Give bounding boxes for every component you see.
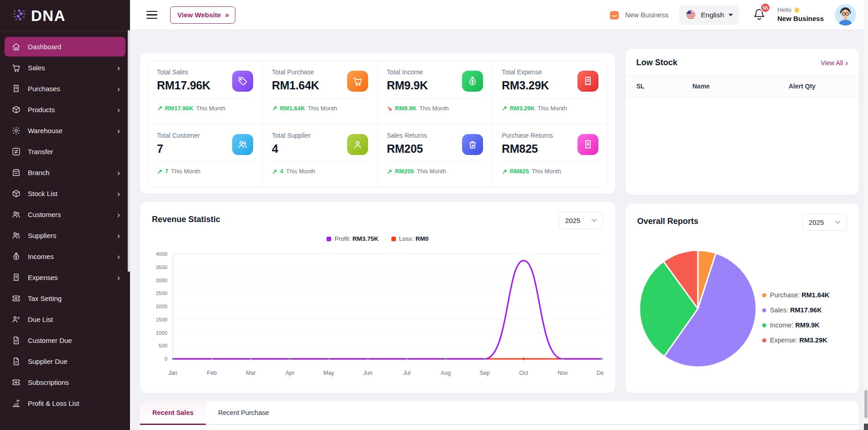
trend-period: This Month xyxy=(171,168,200,175)
sidebar-item-purchases[interactable]: Purchases› xyxy=(5,79,125,98)
box-icon xyxy=(11,105,21,114)
trend-period: This Month xyxy=(419,105,448,112)
cart-icon xyxy=(347,71,368,92)
stat-card-total-sales: Total SalesRM17.96K↗RM17.96KThis Month xyxy=(148,61,263,124)
sidebar-item-subscriptions[interactable]: Subscriptions xyxy=(5,373,125,392)
view-all-link[interactable]: View All › xyxy=(821,59,848,67)
sidebar-item-customer-due[interactable]: Customer Due xyxy=(5,331,125,350)
us-flag-icon xyxy=(686,10,696,20)
view-website-button[interactable]: View Website » xyxy=(170,6,235,24)
app-root: DNA DashboardSales›Purchases›Products›Wa… xyxy=(0,0,868,430)
legend-expense: Expense: RM3.29K xyxy=(762,337,830,344)
business-name-label: New Business xyxy=(625,11,668,19)
sidebar-item-label: Profit & Loss List xyxy=(28,399,79,407)
sidebar-item-branch[interactable]: Branch› xyxy=(5,163,125,182)
stat-label: Total Expense xyxy=(502,68,549,76)
language-selector[interactable]: English xyxy=(679,5,739,25)
box-icon xyxy=(11,189,21,198)
logo[interactable]: DNA xyxy=(0,0,130,30)
revenue-panel: Revenue Statistic 2025 Profit: RM3.75KLo… xyxy=(140,202,615,393)
sidebar-item-label: Branch xyxy=(28,169,50,176)
scrollbar-thumb[interactable] xyxy=(864,390,868,418)
stat-label: Total Sales xyxy=(157,68,210,76)
sidebar-menu: DashboardSales›Purchases›Products›Wareho… xyxy=(0,31,130,413)
notifications-button[interactable]: 55 xyxy=(752,7,766,23)
users-icon xyxy=(11,210,21,219)
sidebar-item-label: Warehouse xyxy=(28,127,62,135)
legend-profit: Profit: RM3.75K xyxy=(327,235,378,242)
sidebar-item-tax-setting[interactable]: Tax Setting xyxy=(5,289,125,308)
trend-value: RM17.96K xyxy=(165,105,193,112)
recent-tables-panel: Recent SalesRecent Purchase xyxy=(140,401,859,430)
stat-label: Total Income xyxy=(387,68,428,76)
sidebar-item-label: Incomes xyxy=(28,253,54,260)
sidebar-item-products[interactable]: Products› xyxy=(5,100,125,119)
chevron-right-icon: › xyxy=(117,107,120,113)
cart-icon xyxy=(11,63,21,73)
chevron-right-icon: › xyxy=(117,233,120,239)
sidebar-scrollbar[interactable] xyxy=(128,30,130,430)
svg-text:0: 0 xyxy=(165,356,167,362)
tag-icon xyxy=(232,71,253,92)
sidebar-item-expenses[interactable]: Expenses› xyxy=(5,268,125,287)
svg-text:Jan: Jan xyxy=(168,370,177,376)
business-badge[interactable]: New Business xyxy=(608,9,668,21)
sidebar-item-warehouse[interactable]: Warehouse› xyxy=(5,121,125,140)
revenue-year-select[interactable]: 2025 xyxy=(559,212,603,229)
hamburger-menu-icon[interactable] xyxy=(146,11,157,19)
trend-period: This Month xyxy=(538,105,567,112)
receipt-return-icon xyxy=(577,134,598,155)
overall-legend: Purchase: RM1.64KSales: RM17.96KIncome: … xyxy=(762,291,830,344)
trend-arrow-icon: ↗ xyxy=(157,168,162,175)
stat-trend: ↗4This Month xyxy=(272,162,368,181)
sidebar-item-due-list[interactable]: Due List xyxy=(5,310,125,329)
sidebar-item-label: Customers xyxy=(28,211,61,218)
sidebar-item-label: Subscriptions xyxy=(28,378,69,386)
sidebar-item-label: Due List xyxy=(28,316,53,323)
low-stock-table-header: SLNameAlert Qty xyxy=(625,76,859,97)
sidebar-item-label: Supplier Due xyxy=(28,357,68,365)
sidebar-item-sales[interactable]: Sales› xyxy=(5,58,125,78)
sidebar-item-profit-loss-list[interactable]: Profit & Loss List xyxy=(5,394,125,413)
trend-period: This Month xyxy=(286,168,315,175)
greeting-label: Hello xyxy=(777,6,791,14)
scrollbar-down-button[interactable] xyxy=(864,424,868,430)
page-scrollbar[interactable] xyxy=(864,0,868,430)
sidebar-item-label: Customer Due xyxy=(28,337,72,344)
svg-text:Nov: Nov xyxy=(557,370,568,376)
sidebar-item-suppliers[interactable]: Suppliers› xyxy=(5,226,125,245)
user-list-icon xyxy=(11,315,21,324)
sidebar-item-incomes[interactable]: Incomes› xyxy=(5,247,125,266)
sidebar-item-label: Sales xyxy=(28,64,45,72)
sidebar-item-label: Stock List xyxy=(28,190,57,197)
avatar[interactable] xyxy=(835,4,856,26)
stat-value: 4 xyxy=(272,142,311,155)
sidebar-item-label: Products xyxy=(28,106,55,114)
trend-arrow-icon: ↗ xyxy=(387,168,392,175)
gear-icon xyxy=(11,126,21,135)
chevron-down-icon xyxy=(835,220,841,224)
stat-trend: ↗RM825This Month xyxy=(502,162,598,181)
double-chevron-icon: » xyxy=(225,11,228,19)
stat-card-total-purchase: Total PurchaseRM1.64K↗RM1.64KThis Month xyxy=(263,61,378,124)
stat-card-purchase-returns: Purchase ReturnsRM825↗RM825This Month xyxy=(493,124,608,187)
sidebar-item-customers[interactable]: Customers› xyxy=(5,205,125,224)
chevron-right-icon: › xyxy=(117,128,120,134)
tab-recent-sales[interactable]: Recent Sales xyxy=(140,401,206,424)
sidebar-item-stock-list[interactable]: Stock List› xyxy=(5,184,125,203)
stat-value: RM3.29K xyxy=(502,79,549,92)
stats-grid: Total SalesRM17.96K↗RM17.96KThis MonthTo… xyxy=(147,61,608,187)
sidebar-item-dashboard[interactable]: Dashboard xyxy=(5,37,125,57)
svg-text:Dec: Dec xyxy=(597,370,603,376)
users-icon xyxy=(232,134,253,155)
chevron-right-icon: › xyxy=(117,65,120,71)
trend-arrow-icon: ↗ xyxy=(272,104,277,112)
stat-value: RM205 xyxy=(387,142,427,155)
trend-period: This Month xyxy=(532,168,561,175)
overall-year-select[interactable]: 2025 xyxy=(802,214,847,231)
tab-recent-purchase[interactable]: Recent Purchase xyxy=(206,401,281,424)
stat-trend: ↘RM9.9KThis Month xyxy=(387,98,483,118)
sidebar-item-supplier-due[interactable]: Supplier Due xyxy=(5,352,125,371)
file-check-icon xyxy=(11,357,21,366)
sidebar-item-transfer[interactable]: Transfer xyxy=(5,142,125,161)
